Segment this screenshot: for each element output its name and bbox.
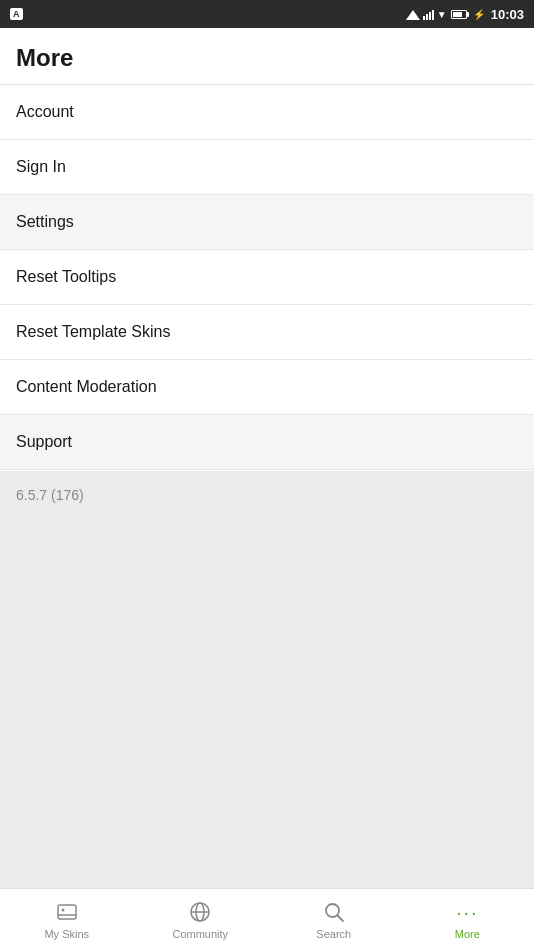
signal-bars-icon [423, 8, 434, 20]
nav-item-more[interactable]: ··· More [401, 893, 535, 946]
menu-item-settings[interactable]: Settings [0, 195, 534, 250]
nav-item-community[interactable]: Community [134, 893, 268, 946]
more-dots-icon: ··· [454, 899, 480, 925]
svg-line-7 [337, 916, 343, 922]
page-title: More [0, 28, 534, 85]
bottom-nav: My Skins Community Search ··· More [0, 888, 534, 950]
svg-point-1 [61, 909, 64, 912]
nav-label-community: Community [172, 928, 228, 940]
menu-list: AccountSign InSettingsReset TooltipsRese… [0, 85, 534, 471]
version-info: 6.5.7 (176) [0, 471, 534, 889]
menu-item-reset-tooltips[interactable]: Reset Tooltips [0, 250, 534, 305]
main-content: More AccountSign InSettingsReset Tooltip… [0, 28, 534, 888]
menu-item-account[interactable]: Account [0, 85, 534, 140]
status-bar-left: A [10, 8, 23, 20]
status-bar: A ▼ ⚡ 10:03 [0, 0, 534, 28]
data-icon: ▼ [437, 9, 447, 20]
search-icon [321, 899, 347, 925]
battery-icon [451, 10, 469, 19]
menu-item-reset-template-skins[interactable]: Reset Template Skins [0, 305, 534, 360]
nav-label-more: More [455, 928, 480, 940]
status-time: 10:03 [491, 7, 524, 22]
nav-label-search: Search [316, 928, 351, 940]
nav-item-my-skins[interactable]: My Skins [0, 893, 134, 946]
svg-rect-0 [58, 905, 76, 919]
status-bar-right: ▼ ⚡ 10:03 [406, 7, 524, 22]
signal-icons: ▼ [406, 8, 447, 20]
menu-item-support[interactable]: Support [0, 415, 534, 470]
skins-icon [54, 899, 80, 925]
wifi-icon [406, 8, 420, 20]
a-icon: A [10, 8, 23, 20]
nav-label-my-skins: My Skins [44, 928, 89, 940]
nav-item-search[interactable]: Search [267, 893, 401, 946]
globe-icon [187, 899, 213, 925]
menu-item-content-moderation[interactable]: Content Moderation [0, 360, 534, 415]
menu-item-sign-in[interactable]: Sign In [0, 140, 534, 195]
charging-icon: ⚡ [473, 9, 485, 20]
